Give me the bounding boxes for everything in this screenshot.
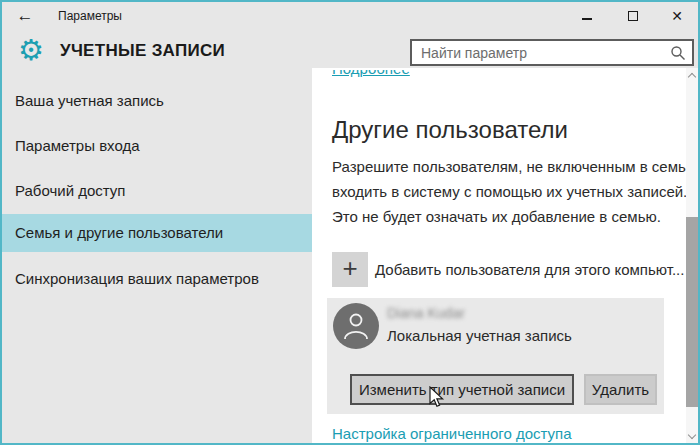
scroll-down-icon[interactable]: [689, 432, 696, 439]
sidebar-item-your-account[interactable]: Ваша учетная запись: [2, 82, 312, 120]
clipped-learn-more-link[interactable]: Подробнее: [332, 70, 410, 81]
assigned-access-link[interactable]: Настройка ограниченного доступа: [332, 425, 572, 442]
content-area: Подробнее Другие пользователи Разрешите …: [312, 68, 698, 445]
scrollbar-thumb[interactable]: [686, 217, 699, 407]
sidebar-item-signin-options[interactable]: Параметры входа: [2, 127, 312, 165]
search-box: [410, 39, 694, 66]
section-description: Разрешите пользователям, не включенным в…: [332, 154, 700, 229]
add-user-button[interactable]: + Добавить пользователя для этого компью…: [332, 252, 682, 288]
description-line: Разрешите пользователям, не включенным в…: [332, 154, 700, 179]
minimize-button[interactable]: [570, 2, 604, 29]
page-title: УЧЕТНЫЕ ЗАПИСИ: [60, 41, 225, 61]
close-icon: ✕: [671, 9, 683, 23]
plus-icon: +: [332, 252, 368, 287]
user-row[interactable]: Diana Kudar Локальная учетная запись Изм…: [327, 298, 664, 414]
section-heading: Другие пользователи: [332, 116, 568, 144]
sidebar-item-family-other-users[interactable]: Семья и другие пользователи: [2, 214, 312, 252]
maximize-button[interactable]: [616, 2, 650, 29]
gear-icon: ⚙: [14, 33, 48, 67]
sidebar-item-work-access[interactable]: Рабочий доступ: [2, 172, 312, 210]
minimize-icon: [582, 18, 592, 20]
description-line: Это не будет означать их добавление в се…: [332, 204, 700, 229]
settings-window: ← Параметры ✕ ⚙ УЧЕТНЫЕ ЗАПИСИ Ваша учет…: [0, 0, 700, 445]
window-title: Параметры: [58, 9, 122, 23]
add-user-label: Добавить пользователя для этого компьют.…: [375, 261, 684, 278]
close-button[interactable]: ✕: [660, 2, 694, 29]
scroll-up-icon[interactable]: [689, 72, 696, 79]
delete-user-button[interactable]: Удалить: [584, 374, 657, 405]
user-name-blurred: Diana Kudar: [387, 305, 465, 321]
sidebar: Ваша учетная запись Параметры входа Рабо…: [2, 68, 312, 445]
user-avatar-icon: [333, 303, 379, 349]
maximize-icon: [628, 11, 638, 21]
scrollbar[interactable]: [686, 68, 699, 445]
titlebar: ← Параметры ✕: [2, 2, 698, 30]
user-account-type: Локальная учетная запись: [387, 327, 572, 344]
search-icon[interactable]: [670, 45, 686, 61]
search-input[interactable]: [412, 41, 692, 64]
sidebar-item-sync-settings[interactable]: Синхронизация ваших параметров: [2, 260, 312, 298]
change-account-type-button[interactable]: Изменить тип учетной записи: [350, 374, 574, 405]
back-arrow-icon[interactable]: ←: [10, 3, 40, 29]
description-line: входить в систему с помощью их учетных з…: [332, 179, 700, 204]
